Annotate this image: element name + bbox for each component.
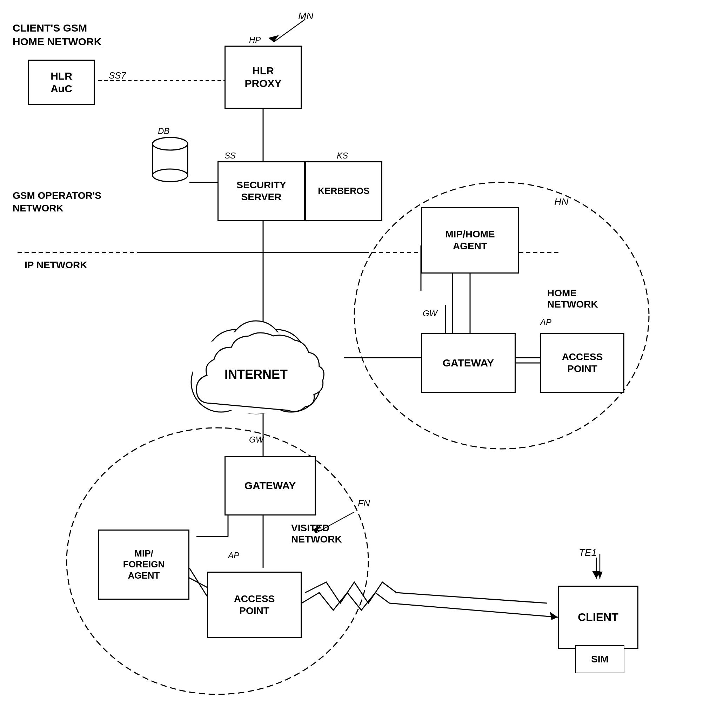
- ip-network-label: IP NETWORK: [24, 259, 87, 271]
- mip-foreign-agent-box: MIP/FOREIGNAGENT: [98, 530, 189, 600]
- db-cylinder: [151, 137, 189, 186]
- te1-arrow: [589, 554, 610, 589]
- fn-label: FN: [358, 498, 370, 509]
- hn-label: HN: [554, 196, 568, 208]
- visited-network-label: VISITEDNETWORK: [291, 522, 342, 545]
- ss7-label: SS7: [109, 70, 126, 81]
- access-point-visited-box: ACCESSPOINT: [207, 572, 302, 638]
- svg-point-33: [153, 169, 188, 182]
- gateway-visited-box: GATEWAY: [224, 456, 316, 515]
- mn-label: MN: [298, 11, 314, 22]
- ks-label: KS: [337, 151, 348, 161]
- db-label: DB: [158, 126, 169, 136]
- client-box: CLIENT: [558, 586, 638, 649]
- gateway-home-box: GATEWAY: [421, 333, 516, 393]
- svg-point-34: [153, 137, 188, 150]
- hp-label: HP: [249, 35, 261, 45]
- gsm-operator-label: GSM OPERATOR'SNETWORK: [13, 189, 101, 215]
- ap-home-label: AP: [540, 317, 551, 327]
- gsm-home-network-label: CLIENT'S GSMHOME NETWORK: [13, 21, 101, 49]
- ap-visited-label: AP: [228, 551, 239, 560]
- svg-marker-44: [597, 572, 603, 579]
- svg-text:INTERNET: INTERNET: [224, 367, 288, 382]
- svg-marker-22: [268, 35, 279, 42]
- ss-label: SS: [224, 151, 236, 161]
- hlr-proxy-box: HLRPROXY: [224, 46, 302, 109]
- access-point-home-box: ACCESSPOINT: [540, 333, 624, 393]
- hlr-auc-box: HLRAuC: [28, 59, 95, 105]
- gw-home-label: GW: [423, 309, 437, 318]
- sim-box: SIM: [575, 645, 624, 673]
- mip-home-agent-box: MIP/HOMEAGENT: [421, 207, 519, 274]
- internet-cloud: INTERNET: [168, 305, 344, 421]
- gw-visited-label: GW: [249, 435, 264, 445]
- home-network-label: HOMENETWORK: [547, 288, 598, 310]
- kerberos-box: KERBEROS: [305, 161, 382, 221]
- svg-line-21: [274, 19, 305, 42]
- svg-line-19: [397, 592, 547, 603]
- security-server-box: SECURITYSERVER: [218, 161, 305, 221]
